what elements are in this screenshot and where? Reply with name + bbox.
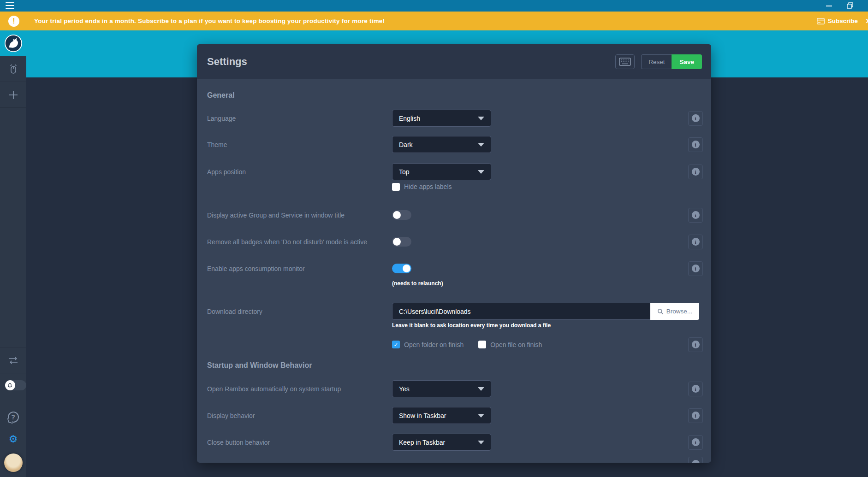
help-icon: ? xyxy=(8,412,19,423)
open-folder-checkbox[interactable]: ✓ xyxy=(392,341,400,348)
theme-info-button[interactable]: i xyxy=(688,137,703,152)
settings-modal-header: Settings Reset Save xyxy=(197,44,711,79)
close-behavior-select[interactable]: Keep in Taskbar xyxy=(392,434,491,451)
close-behavior-label: Close button behavior xyxy=(207,439,270,446)
sidebar-item-help[interactable]: ? xyxy=(0,410,26,424)
language-label: Language xyxy=(207,115,236,122)
keyboard-icon xyxy=(619,58,631,66)
section-heading-general: General xyxy=(207,91,235,100)
badges-label: Remove all badges when 'Do not disturb' … xyxy=(207,238,367,246)
info-icon: i xyxy=(692,460,700,463)
save-button[interactable]: Save xyxy=(672,54,702,69)
sidebar-item-rambox-home[interactable] xyxy=(0,30,26,56)
info-icon: i xyxy=(692,168,700,176)
chevron-down-icon xyxy=(478,414,484,418)
reset-button[interactable]: Reset xyxy=(641,54,672,69)
toggle-knob xyxy=(393,238,401,246)
subscribe-button[interactable]: Subscribe xyxy=(817,18,858,24)
window-title-toggle[interactable] xyxy=(392,210,411,220)
browse-label: Browse... xyxy=(666,308,692,315)
sidebar-item-profile[interactable] xyxy=(0,452,26,473)
info-icon: i xyxy=(692,412,700,419)
row-theme: Theme Dark i xyxy=(207,136,703,153)
hide-apps-labels-label: Hide apps labels xyxy=(404,183,452,190)
dnd-toggle-track xyxy=(5,380,26,390)
section-heading-startup: Startup and Window Behavior xyxy=(207,361,312,370)
chevron-down-icon xyxy=(478,117,484,120)
toggle-knob xyxy=(393,211,401,219)
sidebar-item-quick-add[interactable] xyxy=(0,56,26,82)
hamburger-menu-icon[interactable] xyxy=(6,2,14,9)
gear-icon: ⚙ xyxy=(9,433,18,445)
download-directory-label: Download directory xyxy=(207,308,262,315)
restore-icon xyxy=(847,2,853,9)
hide-apps-labels-checkbox[interactable] xyxy=(392,183,400,191)
search-icon xyxy=(657,308,664,315)
auto-start-select[interactable]: Yes xyxy=(392,380,491,397)
open-file-checkbox[interactable] xyxy=(478,341,486,348)
auto-start-label: Open Rambox automatically on system star… xyxy=(207,385,341,393)
info-icon: i xyxy=(692,341,700,348)
apps-position-label: Apps position xyxy=(207,168,246,176)
badges-toggle[interactable] xyxy=(392,237,411,247)
row-download-directory: Download directory Browse... xyxy=(207,303,703,320)
apps-position-info-button[interactable]: i xyxy=(688,165,703,179)
row-language: Language English i xyxy=(207,110,703,127)
keyboard-shortcuts-button[interactable] xyxy=(615,54,635,69)
language-info-button[interactable]: i xyxy=(688,111,703,126)
info-icon: i xyxy=(692,238,700,246)
window-titlebar xyxy=(0,0,868,12)
row-finish-options: ✓ Open folder on finish Open file on fin… xyxy=(207,336,703,353)
language-value: English xyxy=(399,115,420,122)
window-title-info-button[interactable]: i xyxy=(688,208,703,223)
restore-window-button[interactable] xyxy=(847,2,853,9)
apps-position-value: Top xyxy=(399,168,410,176)
sidebar: ? ⚙ xyxy=(0,30,26,477)
theme-label: Theme xyxy=(207,141,227,148)
display-behavior-info-button[interactable]: i xyxy=(688,408,703,423)
trial-banner: ! Your trial period ends in a month. Sub… xyxy=(0,12,868,30)
mouse-click-icon xyxy=(7,63,20,76)
theme-select[interactable]: Dark xyxy=(392,136,491,153)
display-behavior-value: Show in Taskbar xyxy=(399,412,446,419)
info-icon: i xyxy=(692,141,700,148)
toggle-knob xyxy=(403,265,410,272)
minimize-button[interactable] xyxy=(826,6,832,6)
close-behavior-info-button[interactable]: i xyxy=(688,435,703,450)
sidebar-item-settings[interactable]: ⚙ xyxy=(0,432,26,447)
chevron-down-icon xyxy=(478,170,484,174)
info-icon: i xyxy=(692,385,700,393)
consumption-toggle[interactable] xyxy=(392,264,411,273)
bell-icon xyxy=(7,383,13,389)
language-select[interactable]: English xyxy=(392,110,491,127)
consumption-info-button[interactable]: i xyxy=(688,261,703,276)
open-folder-label: Open folder on finish xyxy=(404,341,464,348)
auto-start-info-button[interactable]: i xyxy=(688,382,703,396)
row-partial-next: i xyxy=(207,455,703,463)
row-close-behavior: Close button behavior Keep in Taskbar i xyxy=(207,434,703,451)
row-apps-position: Apps position Top i xyxy=(207,163,703,180)
trial-message: Your trial period ends in a month. Subsc… xyxy=(34,18,385,24)
download-directory-input[interactable] xyxy=(392,303,650,320)
close-behavior-value: Keep in Taskbar xyxy=(399,439,445,446)
partial-info-button[interactable]: i xyxy=(688,457,703,463)
consumption-label: Enable apps consumption monitor xyxy=(207,265,305,272)
browse-button[interactable]: Browse... xyxy=(650,303,699,320)
download-hint: Leave it blank to ask location every tim… xyxy=(392,322,551,329)
close-banner-icon[interactable]: ✕ xyxy=(865,17,868,25)
open-file-label: Open file on finish xyxy=(490,341,542,348)
window-title-label: Display active Group and Service in wind… xyxy=(207,212,345,219)
dnd-toggle-knob xyxy=(5,380,15,390)
row-display-behavior: Display behavior Show in Taskbar i xyxy=(207,407,703,424)
sidebar-dnd-toggle[interactable] xyxy=(0,379,26,391)
badges-info-button[interactable]: i xyxy=(688,235,703,249)
finish-options-info-button[interactable]: i xyxy=(688,337,703,352)
sidebar-item-add-app[interactable] xyxy=(0,82,26,108)
display-behavior-select[interactable]: Show in Taskbar xyxy=(392,407,491,424)
info-icon: i xyxy=(692,265,700,272)
settings-modal: Settings Reset Save xyxy=(197,44,711,463)
subscribe-label: Subscribe xyxy=(828,18,858,24)
apps-position-select[interactable]: Top xyxy=(392,163,491,180)
sidebar-item-reorder[interactable] xyxy=(0,347,26,373)
row-window-title-toggle: Display active Group and Service in wind… xyxy=(207,206,703,224)
